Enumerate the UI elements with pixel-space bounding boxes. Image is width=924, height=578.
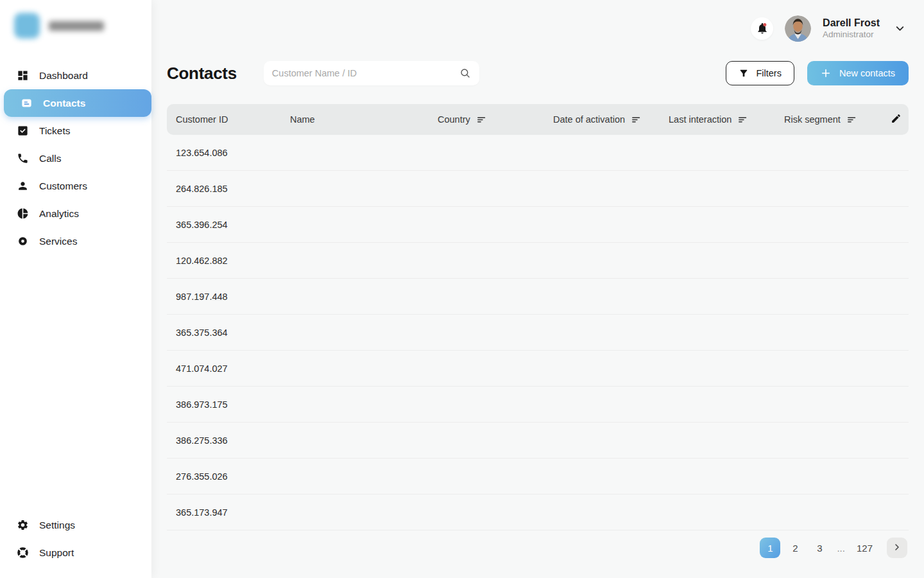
sidebar: DashboardContactsTicketsCallsCustomersAn…	[0, 0, 151, 578]
column-header-country[interactable]: Country	[438, 114, 553, 125]
topbar: Darell Frost Administrator	[167, 0, 909, 57]
table-header: Customer IDNameCountryDate of activation…	[167, 104, 909, 135]
column-header-label: Risk segment	[784, 114, 841, 125]
column-header-customer-id: Customer ID	[176, 114, 290, 125]
brand-logo-icon	[14, 13, 40, 39]
sidebar-item-services[interactable]: Services	[0, 227, 151, 255]
column-header-last-interaction[interactable]: Last interaction	[669, 114, 784, 125]
sort-icon	[737, 114, 748, 125]
new-contacts-button-label: New contacts	[839, 68, 895, 78]
user-menu-label: Darell Frost Administrator	[823, 17, 880, 40]
sidebar-item-analytics[interactable]: Analytics	[0, 200, 151, 227]
column-header-label: Date of activation	[553, 114, 625, 125]
sidebar-item-label: Contacts	[43, 98, 85, 109]
sidebar-item-contacts[interactable]: Contacts	[4, 89, 151, 117]
chevron-down-icon	[894, 22, 906, 35]
plus-icon	[821, 68, 831, 78]
new-contacts-button[interactable]: New contacts	[807, 61, 909, 85]
sidebar-item-dashboard[interactable]: Dashboard	[0, 62, 151, 89]
user-name: Darell Frost	[823, 17, 880, 30]
column-header-label: Name	[290, 114, 315, 125]
sidebar-item-customers[interactable]: Customers	[0, 172, 151, 200]
contact-card-icon	[20, 97, 33, 110]
table-row: 120.462.882	[167, 243, 909, 279]
search-input[interactable]	[272, 68, 459, 78]
filters-button[interactable]: Filters	[726, 61, 794, 85]
column-header-risk-segment[interactable]: Risk segment	[784, 114, 883, 125]
column-header-date-of-activation[interactable]: Date of activation	[553, 114, 669, 125]
sidebar-item-label: Tickets	[39, 125, 71, 137]
dashboard-icon	[16, 69, 29, 82]
ticket-check-icon	[16, 125, 29, 137]
pagination: 123...127	[167, 530, 909, 558]
table-row: 276.355.026	[167, 459, 909, 495]
pagination-page-2[interactable]: 2	[785, 538, 805, 558]
person-icon	[16, 180, 29, 193]
table-row: 386.275.336	[167, 423, 909, 459]
column-header-label: Last interaction	[669, 114, 732, 125]
sidebar-footer-nav: SettingsSupport	[0, 511, 151, 566]
filter-icon	[739, 68, 749, 78]
table-body: 123.654.086 264.826.185 365.396.254 120.…	[167, 135, 909, 530]
main-area: Darell Frost Administrator Contacts Filt…	[151, 0, 924, 578]
contacts-table: Customer IDNameCountryDate of activation…	[167, 104, 909, 530]
sidebar-item-label: Customers	[39, 180, 87, 192]
page-title: Contacts	[167, 64, 237, 83]
notification-dot	[763, 23, 766, 26]
sidebar-item-support[interactable]: Support	[0, 539, 151, 566]
table-row: 386.973.175	[167, 387, 909, 423]
table-row: 987.197.448	[167, 279, 909, 315]
pagination-page-3[interactable]: 3	[810, 538, 829, 558]
column-header-name: Name	[290, 114, 438, 125]
pencil-icon	[891, 113, 902, 126]
table-row: 123.654.086	[167, 135, 909, 171]
sort-icon	[631, 114, 642, 125]
table-row: 471.074.027	[167, 351, 909, 387]
table-row: 365.375.364	[167, 315, 909, 351]
sort-icon	[846, 114, 857, 125]
brand-logo	[0, 0, 151, 44]
phone-icon	[16, 152, 29, 165]
table-row: 365.173.947	[167, 495, 909, 530]
edit-column-button[interactable]	[883, 113, 909, 126]
brand-logo-text	[49, 21, 104, 31]
sidebar-item-label: Calls	[39, 153, 61, 164]
sidebar-item-calls[interactable]: Calls	[0, 144, 151, 172]
sidebar-item-label: Dashboard	[39, 70, 88, 82]
lifebuoy-icon	[16, 547, 29, 559]
sidebar-item-label: Analytics	[39, 208, 79, 220]
sidebar-item-tickets[interactable]: Tickets	[0, 117, 151, 144]
sort-icon	[476, 114, 487, 125]
sidebar-item-label: Settings	[39, 520, 75, 531]
pagination-page-1[interactable]: 1	[760, 538, 780, 558]
column-header-label: Customer ID	[176, 114, 228, 125]
pagination-ellipsis: ...	[834, 543, 848, 554]
user-menu-toggle[interactable]	[891, 20, 909, 37]
pagination-next-button[interactable]	[887, 538, 907, 558]
table-row: 264.826.185	[167, 171, 909, 207]
search-box	[264, 61, 479, 85]
column-header-label: Country	[438, 114, 470, 125]
sidebar-nav: DashboardContactsTicketsCallsCustomersAn…	[0, 62, 151, 255]
sidebar-item-label: Support	[39, 547, 74, 559]
user-role: Administrator	[823, 30, 880, 40]
search-icon	[459, 67, 471, 79]
sidebar-item-label: Services	[39, 236, 77, 247]
sidebar-item-settings[interactable]: Settings	[0, 511, 151, 539]
chevron-right-icon	[892, 542, 902, 554]
donut-icon	[16, 235, 29, 248]
table-row: 365.396.254	[167, 207, 909, 243]
filters-button-label: Filters	[756, 68, 781, 78]
pagination-page-127[interactable]: 127	[853, 538, 877, 558]
avatar[interactable]	[785, 15, 811, 42]
gear-icon	[16, 519, 29, 532]
bell-icon	[756, 22, 769, 35]
content-header: Contacts Filters New contacts	[167, 59, 909, 87]
pie-chart-icon	[16, 207, 29, 220]
notifications-button[interactable]	[751, 17, 773, 40]
